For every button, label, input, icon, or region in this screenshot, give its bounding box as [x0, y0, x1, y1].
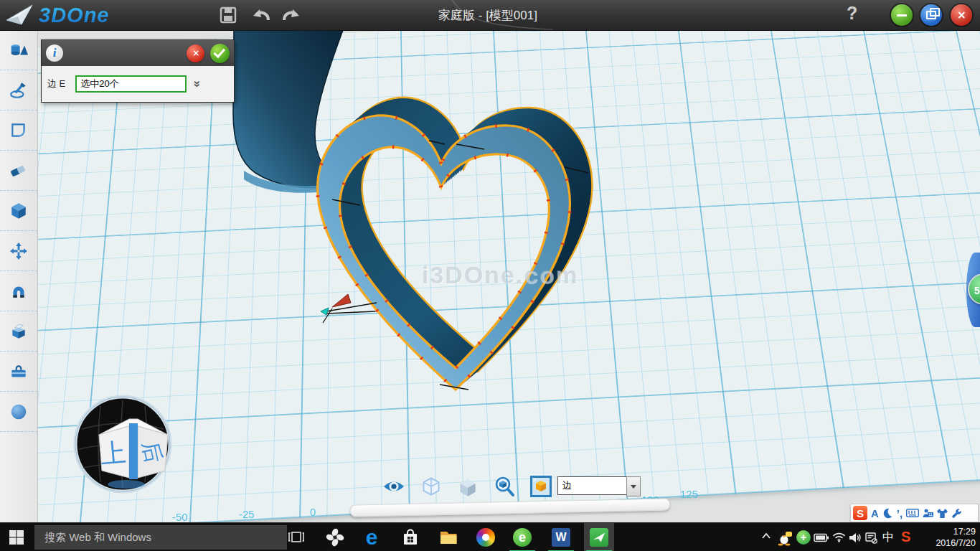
sidebar-item-magnet[interactable] [0, 271, 37, 311]
expand-chevron-icon[interactable]: » [190, 80, 204, 87]
sidebar-item-toolbox[interactable] [0, 352, 37, 392]
sphere-icon [9, 402, 28, 421]
wrench-icon[interactable] [951, 508, 961, 518]
sogou-logo[interactable]: S [853, 506, 867, 520]
help-button[interactable]: ? [847, 3, 857, 24]
sidebar-item-primitives[interactable] [0, 30, 37, 70]
svg-text:11: 11 [928, 512, 933, 517]
zoom-button[interactable] [494, 476, 515, 497]
windows-logo-icon [8, 529, 25, 546]
dialog-body: 边 E 选中20个 » [42, 66, 234, 102]
magnet-icon [9, 282, 28, 301]
sogou-ime-bar: S A ’, 11 [850, 504, 979, 522]
green-e-icon: e [513, 528, 532, 547]
edge-icon: e [366, 528, 378, 547]
open-box-icon [9, 322, 28, 341]
sidebar-item-eraser[interactable] [0, 151, 37, 191]
redo-button[interactable] [281, 6, 301, 26]
restore-icon [926, 11, 936, 19]
cube-face-left-label[interactable]: 上 [99, 438, 127, 469]
save-button[interactable] [218, 5, 238, 25]
direction-arrow-marker[interactable] [319, 293, 380, 330]
app-360-safe[interactable] [471, 523, 501, 551]
rectangle-sketch-icon [9, 121, 28, 140]
tray-battery-icon[interactable] [814, 533, 829, 542]
tray-wifi-icon[interactable] [832, 532, 846, 542]
app-name: 3DOne [39, 4, 109, 27]
undo-button[interactable] [251, 6, 271, 26]
app-store[interactable] [395, 523, 425, 551]
tray-qq-icon[interactable] [778, 529, 792, 546]
filter-dropdown[interactable]: 边 [557, 476, 629, 495]
view-cube[interactable]: 上 后 [72, 393, 174, 495]
keyboard-icon[interactable] [906, 509, 919, 517]
solid-view-button[interactable] [458, 479, 478, 497]
app-browser-speed[interactable]: e [507, 523, 537, 551]
visibility-eye-button[interactable] [382, 479, 405, 494]
close-icon [192, 50, 199, 57]
task-view-button[interactable] [281, 523, 311, 551]
app-edge[interactable]: e [357, 523, 387, 551]
edge-selection-field[interactable]: 选中20个 [75, 75, 187, 93]
close-icon [957, 11, 965, 19]
axis-label: -50 [172, 511, 188, 522]
tray-clock[interactable]: 17:29 2016/7/20 [921, 526, 980, 549]
close-button[interactable] [951, 4, 972, 26]
dialog-cancel-button[interactable] [187, 44, 204, 62]
sidebar-item-move[interactable] [0, 231, 37, 271]
tray-expand-chevron[interactable] [762, 533, 771, 539]
sidebar-item-sketch[interactable] [0, 70, 37, 110]
tray-volume-icon[interactable] [849, 532, 862, 543]
moon-icon[interactable] [882, 508, 893, 519]
task-view-icon [288, 531, 305, 544]
axis-label: 125 [680, 488, 698, 500]
dialog-confirm-button[interactable] [210, 44, 230, 63]
heart-model[interactable] [308, 95, 617, 411]
edge-field-label: 边 E [47, 77, 65, 90]
pinwheel-icon [326, 528, 344, 547]
axis-label: 0 [310, 506, 316, 518]
info-icon: i [46, 44, 63, 62]
primitives-icon [9, 41, 28, 60]
store-bag-icon [401, 528, 420, 547]
sketch-pencil-icon [9, 81, 28, 100]
word-icon: W [552, 528, 570, 547]
start-button[interactable] [1, 523, 32, 551]
sidebar-item-solid[interactable] [0, 191, 37, 231]
tray-ime-indicator[interactable]: 中 [882, 530, 894, 545]
minimize-button[interactable] [891, 4, 913, 26]
search-input[interactable]: 搜索 Web 和 Windows [34, 525, 287, 550]
3done-plane-icon [590, 528, 608, 547]
filter-dropdown-arrow-button[interactable] [626, 476, 641, 496]
tray-notification-icon[interactable] [865, 532, 877, 544]
selection-dialog: i 边 E 选中20个 » [41, 39, 235, 103]
app-browser-360[interactable] [320, 523, 350, 551]
app-logo: 3DOne [6, 3, 109, 27]
app-3done-active[interactable] [584, 523, 614, 551]
restore-button[interactable] [920, 4, 942, 26]
3d-viewport[interactable]: i3DOne.com -50 -25 0 25 75 100 125 [37, 30, 980, 522]
minus-icon [897, 14, 907, 17]
paper-plane-icon [6, 3, 34, 27]
app-file-explorer[interactable] [433, 523, 463, 551]
window-title: 家庭版 - [模型001] [344, 7, 631, 24]
wireframe-view-button[interactable] [421, 476, 441, 496]
tray-sogou-icon[interactable]: S [901, 529, 910, 545]
sidebar-item-material[interactable] [0, 392, 37, 432]
tray-360-icon[interactable]: + [796, 530, 811, 545]
tool-sidebar [0, 30, 38, 522]
display-mode-button[interactable] [530, 476, 552, 497]
eraser-icon [9, 161, 28, 180]
taskbar: 搜索 Web 和 Windows e [0, 522, 980, 551]
sidebar-item-special-features[interactable] [0, 311, 37, 352]
app-word[interactable]: W [546, 523, 576, 551]
ime-mode-toggle[interactable]: A [871, 507, 879, 519]
axis-label: -25 [239, 508, 255, 520]
member-icon[interactable]: 11 [923, 509, 933, 518]
sidebar-item-edit-sketch[interactable] [0, 110, 37, 151]
chevron-down-icon [631, 485, 636, 489]
dialog-header[interactable]: i [42, 40, 234, 66]
skin-shirt-icon[interactable] [937, 508, 948, 518]
punctuation-toggle[interactable]: ’, [897, 507, 903, 519]
move-arrows-icon [9, 242, 28, 260]
